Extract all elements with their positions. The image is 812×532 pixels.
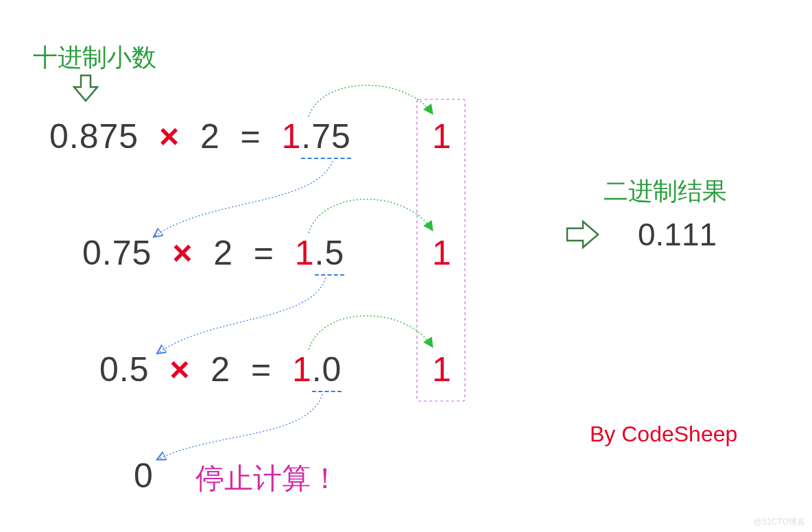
green-arrow-2 <box>309 200 432 233</box>
equation-row-3: 0.5 × 2 = 1.0 <box>99 350 342 392</box>
final-operand: 0 <box>134 456 154 496</box>
equation-row-1: 0.875 × 2 = 1.75 <box>49 117 351 159</box>
operand-2: 0.75 <box>82 234 152 272</box>
times-icon: × <box>172 234 193 272</box>
blue-arrow-3 <box>158 394 322 459</box>
blue-arrow-2 <box>158 278 326 353</box>
author-credit: By CodeSheep <box>590 422 737 447</box>
extracted-bit-1: 1 <box>432 117 451 156</box>
right-arrow-icon <box>564 216 601 254</box>
multiplier-3: 2 <box>211 350 230 389</box>
result-int-3: 1 <box>292 350 312 389</box>
result-frac-2: .5 <box>315 233 345 276</box>
watermark: @51CTO博客 <box>754 516 805 528</box>
extracted-bit-2: 1 <box>432 233 451 273</box>
multiplier-2: 2 <box>213 234 233 272</box>
green-arrow-3 <box>309 316 432 350</box>
multiplier-1: 2 <box>200 117 220 156</box>
decimal-heading: 十进制小数 <box>33 41 156 75</box>
result-int-2: 1 <box>295 234 315 272</box>
times-icon: × <box>159 117 180 156</box>
binary-result: 0.111 <box>638 216 717 253</box>
stop-label: 停止计算！ <box>195 459 339 498</box>
result-frac-1: .75 <box>301 117 351 159</box>
operand-3: 0.5 <box>99 350 150 389</box>
result-int-1: 1 <box>282 117 302 156</box>
equation-row-2: 0.75 × 2 = 1.5 <box>82 233 344 276</box>
binary-heading: 二进制结果 <box>604 175 727 208</box>
blue-arrow-1 <box>154 161 333 237</box>
down-arrow-icon <box>69 72 103 106</box>
operand-1: 0.875 <box>49 117 139 156</box>
green-arrow-1 <box>309 85 432 117</box>
times-icon: × <box>169 350 190 389</box>
extracted-bit-3: 1 <box>432 350 451 389</box>
result-frac-3: .0 <box>312 350 342 392</box>
